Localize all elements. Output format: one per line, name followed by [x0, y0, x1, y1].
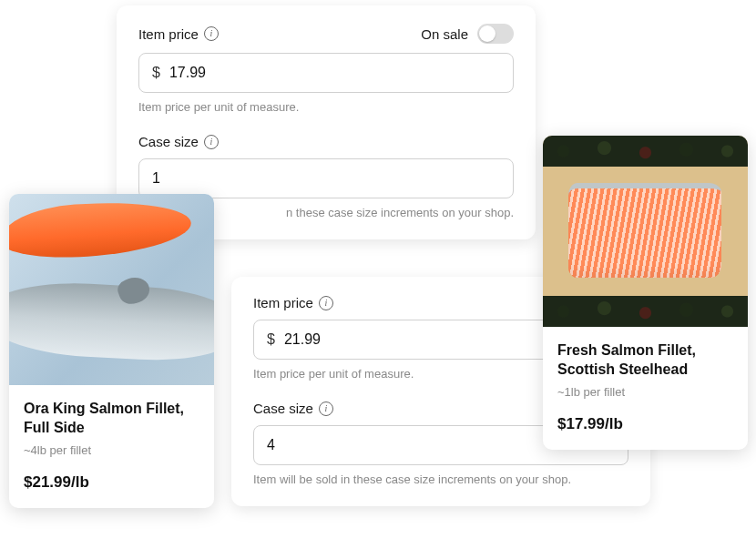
on-sale-toggle[interactable]	[477, 24, 514, 44]
product-subtitle: ~4lb per fillet	[24, 443, 199, 457]
currency-symbol: $	[152, 65, 160, 81]
case-size-value: 1	[152, 170, 160, 187]
product-price: $17.99/lb	[557, 415, 733, 433]
info-icon[interactable]: i	[204, 135, 219, 149]
item-price-value: 21.99	[284, 331, 321, 348]
case-size-value: 4	[267, 437, 275, 453]
product-card-steelhead[interactable]: Fresh Salmon Fillet, Scottish Steelhead …	[543, 136, 748, 450]
info-icon[interactable]: i	[204, 26, 219, 41]
item-price-helper: Item price per unit of measure.	[138, 100, 514, 114]
case-size-input[interactable]: 1	[138, 158, 514, 198]
item-price-value: 17.99	[169, 65, 206, 81]
product-price: $21.99/lb	[24, 473, 199, 492]
item-price-field: Item price i On sale $ 17.99 Item price …	[138, 24, 514, 114]
case-size-label: Case size	[253, 401, 313, 416]
item-price-input[interactable]: $ 17.99	[138, 53, 514, 93]
product-image	[543, 136, 748, 327]
product-title: Fresh Salmon Fillet, Scottish Steelhead	[557, 341, 733, 380]
item-price-label: Item price	[138, 26, 199, 42]
currency-symbol: $	[267, 331, 275, 348]
info-icon[interactable]: i	[319, 296, 333, 310]
product-card-ora-king[interactable]: Ora King Salmon Fillet, Full Side ~4lb p…	[9, 194, 214, 508]
product-title: Ora King Salmon Fillet, Full Side	[24, 400, 199, 438]
product-subtitle: ~1lb per fillet	[557, 385, 733, 399]
product-image	[9, 194, 214, 385]
on-sale-label: On sale	[421, 26, 468, 42]
case-size-label: Case size	[138, 134, 199, 149]
info-icon[interactable]: i	[319, 401, 333, 416]
item-price-label: Item price	[253, 295, 313, 310]
case-size-helper: Item will be sold in these case size inc…	[253, 473, 628, 486]
